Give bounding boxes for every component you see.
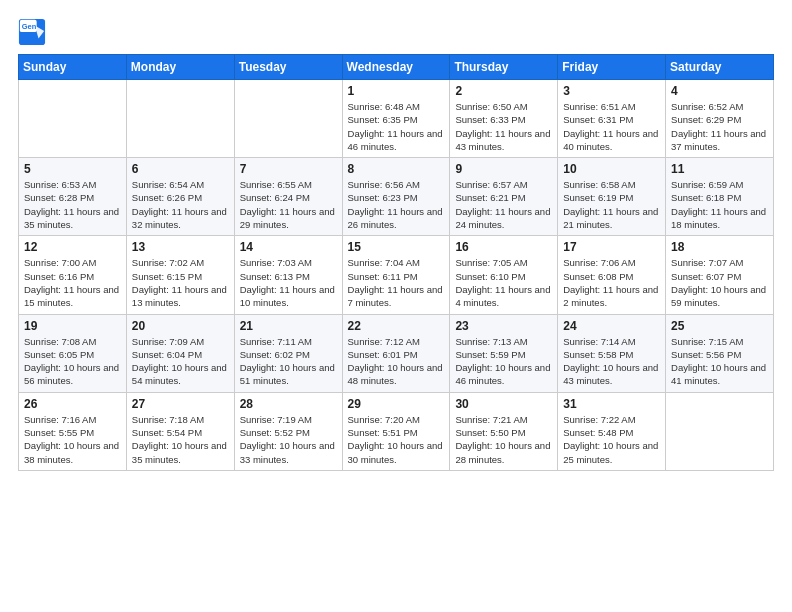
weekday-header-sunday: Sunday — [19, 55, 127, 80]
calendar-cell: 5Sunrise: 6:53 AMSunset: 6:28 PMDaylight… — [19, 158, 127, 236]
calendar-cell: 20Sunrise: 7:09 AMSunset: 6:04 PMDayligh… — [126, 314, 234, 392]
day-number: 13 — [132, 240, 229, 254]
weekday-header-monday: Monday — [126, 55, 234, 80]
day-info: Sunrise: 6:58 AMSunset: 6:19 PMDaylight:… — [563, 178, 660, 231]
day-info: Sunrise: 6:54 AMSunset: 6:26 PMDaylight:… — [132, 178, 229, 231]
calendar-cell — [234, 80, 342, 158]
day-number: 12 — [24, 240, 121, 254]
calendar-cell: 27Sunrise: 7:18 AMSunset: 5:54 PMDayligh… — [126, 392, 234, 470]
day-number: 16 — [455, 240, 552, 254]
day-info: Sunrise: 7:13 AMSunset: 5:59 PMDaylight:… — [455, 335, 552, 388]
calendar-cell: 15Sunrise: 7:04 AMSunset: 6:11 PMDayligh… — [342, 236, 450, 314]
day-number: 26 — [24, 397, 121, 411]
calendar-cell: 23Sunrise: 7:13 AMSunset: 5:59 PMDayligh… — [450, 314, 558, 392]
calendar-cell: 1Sunrise: 6:48 AMSunset: 6:35 PMDaylight… — [342, 80, 450, 158]
day-info: Sunrise: 7:04 AMSunset: 6:11 PMDaylight:… — [348, 256, 445, 309]
day-number: 21 — [240, 319, 337, 333]
day-info: Sunrise: 7:21 AMSunset: 5:50 PMDaylight:… — [455, 413, 552, 466]
calendar-cell: 7Sunrise: 6:55 AMSunset: 6:24 PMDaylight… — [234, 158, 342, 236]
day-info: Sunrise: 6:59 AMSunset: 6:18 PMDaylight:… — [671, 178, 768, 231]
day-info: Sunrise: 6:53 AMSunset: 6:28 PMDaylight:… — [24, 178, 121, 231]
calendar-cell: 18Sunrise: 7:07 AMSunset: 6:07 PMDayligh… — [666, 236, 774, 314]
calendar-week-row: 19Sunrise: 7:08 AMSunset: 6:05 PMDayligh… — [19, 314, 774, 392]
day-number: 6 — [132, 162, 229, 176]
day-info: Sunrise: 7:09 AMSunset: 6:04 PMDaylight:… — [132, 335, 229, 388]
day-number: 31 — [563, 397, 660, 411]
day-number: 14 — [240, 240, 337, 254]
day-info: Sunrise: 7:22 AMSunset: 5:48 PMDaylight:… — [563, 413, 660, 466]
calendar-cell: 17Sunrise: 7:06 AMSunset: 6:08 PMDayligh… — [558, 236, 666, 314]
day-info: Sunrise: 7:07 AMSunset: 6:07 PMDaylight:… — [671, 256, 768, 309]
day-info: Sunrise: 7:12 AMSunset: 6:01 PMDaylight:… — [348, 335, 445, 388]
calendar-cell: 26Sunrise: 7:16 AMSunset: 5:55 PMDayligh… — [19, 392, 127, 470]
calendar-cell: 13Sunrise: 7:02 AMSunset: 6:15 PMDayligh… — [126, 236, 234, 314]
calendar-week-row: 26Sunrise: 7:16 AMSunset: 5:55 PMDayligh… — [19, 392, 774, 470]
weekday-header-wednesday: Wednesday — [342, 55, 450, 80]
day-info: Sunrise: 7:18 AMSunset: 5:54 PMDaylight:… — [132, 413, 229, 466]
calendar-cell: 22Sunrise: 7:12 AMSunset: 6:01 PMDayligh… — [342, 314, 450, 392]
weekday-header-row: SundayMondayTuesdayWednesdayThursdayFrid… — [19, 55, 774, 80]
day-number: 30 — [455, 397, 552, 411]
day-number: 3 — [563, 84, 660, 98]
logo-icon: Gen — [18, 18, 46, 46]
calendar-cell: 30Sunrise: 7:21 AMSunset: 5:50 PMDayligh… — [450, 392, 558, 470]
day-info: Sunrise: 6:51 AMSunset: 6:31 PMDaylight:… — [563, 100, 660, 153]
weekday-header-thursday: Thursday — [450, 55, 558, 80]
day-number: 10 — [563, 162, 660, 176]
day-info: Sunrise: 7:08 AMSunset: 6:05 PMDaylight:… — [24, 335, 121, 388]
day-info: Sunrise: 7:02 AMSunset: 6:15 PMDaylight:… — [132, 256, 229, 309]
day-info: Sunrise: 6:57 AMSunset: 6:21 PMDaylight:… — [455, 178, 552, 231]
calendar-cell: 31Sunrise: 7:22 AMSunset: 5:48 PMDayligh… — [558, 392, 666, 470]
day-number: 15 — [348, 240, 445, 254]
calendar-cell: 29Sunrise: 7:20 AMSunset: 5:51 PMDayligh… — [342, 392, 450, 470]
calendar-cell: 11Sunrise: 6:59 AMSunset: 6:18 PMDayligh… — [666, 158, 774, 236]
day-number: 24 — [563, 319, 660, 333]
day-number: 7 — [240, 162, 337, 176]
logo: Gen — [18, 18, 50, 46]
calendar-cell — [126, 80, 234, 158]
day-number: 9 — [455, 162, 552, 176]
day-info: Sunrise: 6:50 AMSunset: 6:33 PMDaylight:… — [455, 100, 552, 153]
day-number: 20 — [132, 319, 229, 333]
day-number: 19 — [24, 319, 121, 333]
day-number: 25 — [671, 319, 768, 333]
calendar-cell: 12Sunrise: 7:00 AMSunset: 6:16 PMDayligh… — [19, 236, 127, 314]
day-number: 4 — [671, 84, 768, 98]
day-info: Sunrise: 7:05 AMSunset: 6:10 PMDaylight:… — [455, 256, 552, 309]
calendar-cell: 24Sunrise: 7:14 AMSunset: 5:58 PMDayligh… — [558, 314, 666, 392]
calendar-cell: 25Sunrise: 7:15 AMSunset: 5:56 PMDayligh… — [666, 314, 774, 392]
day-number: 11 — [671, 162, 768, 176]
calendar-cell: 2Sunrise: 6:50 AMSunset: 6:33 PMDaylight… — [450, 80, 558, 158]
header: Gen — [18, 18, 774, 46]
calendar-cell — [19, 80, 127, 158]
day-number: 1 — [348, 84, 445, 98]
day-info: Sunrise: 7:16 AMSunset: 5:55 PMDaylight:… — [24, 413, 121, 466]
day-info: Sunrise: 7:11 AMSunset: 6:02 PMDaylight:… — [240, 335, 337, 388]
weekday-header-friday: Friday — [558, 55, 666, 80]
day-number: 29 — [348, 397, 445, 411]
day-info: Sunrise: 7:00 AMSunset: 6:16 PMDaylight:… — [24, 256, 121, 309]
calendar-cell: 28Sunrise: 7:19 AMSunset: 5:52 PMDayligh… — [234, 392, 342, 470]
day-number: 8 — [348, 162, 445, 176]
calendar-cell: 21Sunrise: 7:11 AMSunset: 6:02 PMDayligh… — [234, 314, 342, 392]
day-info: Sunrise: 7:20 AMSunset: 5:51 PMDaylight:… — [348, 413, 445, 466]
calendar-cell: 4Sunrise: 6:52 AMSunset: 6:29 PMDaylight… — [666, 80, 774, 158]
day-info: Sunrise: 7:15 AMSunset: 5:56 PMDaylight:… — [671, 335, 768, 388]
calendar-table: SundayMondayTuesdayWednesdayThursdayFrid… — [18, 54, 774, 471]
day-number: 28 — [240, 397, 337, 411]
day-info: Sunrise: 6:56 AMSunset: 6:23 PMDaylight:… — [348, 178, 445, 231]
day-info: Sunrise: 7:06 AMSunset: 6:08 PMDaylight:… — [563, 256, 660, 309]
day-number: 23 — [455, 319, 552, 333]
day-info: Sunrise: 6:52 AMSunset: 6:29 PMDaylight:… — [671, 100, 768, 153]
calendar-cell: 8Sunrise: 6:56 AMSunset: 6:23 PMDaylight… — [342, 158, 450, 236]
calendar-cell: 14Sunrise: 7:03 AMSunset: 6:13 PMDayligh… — [234, 236, 342, 314]
page: Gen SundayMondayTuesdayWednesdayThursday… — [0, 0, 792, 612]
calendar-cell: 9Sunrise: 6:57 AMSunset: 6:21 PMDaylight… — [450, 158, 558, 236]
day-number: 18 — [671, 240, 768, 254]
calendar-week-row: 5Sunrise: 6:53 AMSunset: 6:28 PMDaylight… — [19, 158, 774, 236]
day-number: 5 — [24, 162, 121, 176]
day-number: 22 — [348, 319, 445, 333]
calendar-cell: 3Sunrise: 6:51 AMSunset: 6:31 PMDaylight… — [558, 80, 666, 158]
day-number: 17 — [563, 240, 660, 254]
calendar-week-row: 12Sunrise: 7:00 AMSunset: 6:16 PMDayligh… — [19, 236, 774, 314]
